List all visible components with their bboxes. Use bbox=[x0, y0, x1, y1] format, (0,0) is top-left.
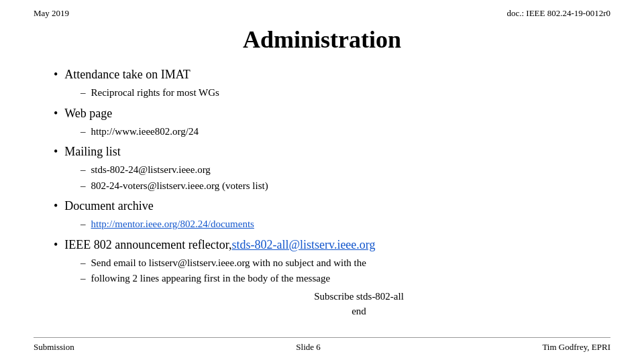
header-doc: doc.: IEEE 802.24-19-0012r0 bbox=[506, 8, 610, 19]
list-item: • IEEE 802 announcement reflector, stds-… bbox=[54, 236, 610, 286]
dash-icon: – bbox=[80, 271, 86, 286]
sub-text: Send email to listserv@listserv.ieee.org… bbox=[91, 255, 366, 271]
list-item: – Reciprocal rights for most WGs bbox=[54, 85, 610, 101]
header-date: May 2019 bbox=[34, 8, 69, 19]
bullet-text: Attendance take on IMAT bbox=[64, 66, 190, 84]
footer-center: Slide 6 bbox=[296, 342, 320, 353]
list-item: • Mailing list – stds-802-24@listserv.ie… bbox=[54, 143, 610, 193]
bullet-text: Document archive bbox=[64, 197, 153, 215]
dash-icon: – bbox=[80, 217, 86, 232]
list-item: – stds-802-24@listserv.ieee.org bbox=[54, 162, 610, 178]
list-item: • Attendance take on IMAT – Reciprocal r… bbox=[54, 66, 610, 101]
sub-text: stds-802-24@listserv.ieee.org bbox=[91, 162, 211, 178]
bullet-text: Mailing list bbox=[64, 143, 121, 161]
bullet-dot: • bbox=[54, 236, 58, 254]
footer: Submission Slide 6 Tim Godfrey, EPRI bbox=[34, 337, 610, 353]
page-title: Administration bbox=[34, 25, 610, 54]
header: May 2019 doc.: IEEE 802.24-19-0012r0 bbox=[34, 0, 610, 19]
bullet-dot: • bbox=[54, 105, 58, 123]
dash-icon: – bbox=[80, 178, 86, 194]
sub-text: following 2 lines appearing first in the… bbox=[91, 271, 331, 286]
list-item: – Send email to listserv@listserv.ieee.o… bbox=[54, 255, 610, 271]
footer-right: Tim Godfrey, EPRI bbox=[542, 342, 610, 353]
dash-icon: – bbox=[80, 124, 86, 139]
footer-left: Submission bbox=[34, 342, 74, 353]
document-archive-link[interactable]: http://mentor.ieee.org/802.24/documents bbox=[91, 217, 254, 232]
slide: May 2019 doc.: IEEE 802.24-19-0012r0 Adm… bbox=[0, 0, 644, 362]
sub-text: http://www.ieee802.org/24 bbox=[91, 124, 199, 139]
dash-icon: – bbox=[80, 162, 86, 178]
bullet-dot: • bbox=[54, 143, 58, 161]
list-item: • Web page – http://www.ieee802.org/24 bbox=[54, 105, 610, 139]
sub-text: 802-24-voters@listserv.ieee.org (voters … bbox=[91, 178, 268, 194]
subscribe-line1: Subscribe stds-802-all bbox=[107, 289, 610, 304]
bullet-dot: • bbox=[54, 197, 58, 215]
bullet-text-prefix: IEEE 802 announcement reflector, bbox=[64, 236, 231, 254]
sub-text: Reciprocal rights for most WGs bbox=[91, 85, 219, 101]
list-item: – 802-24-voters@listserv.ieee.org (voter… bbox=[54, 178, 610, 194]
list-item: – http://mentor.ieee.org/802.24/document… bbox=[54, 217, 610, 232]
list-item: • Document archive – http://mentor.ieee.… bbox=[54, 197, 610, 232]
bullet-dot: • bbox=[54, 66, 58, 84]
email-link[interactable]: stds-802-all@listserv.ieee.org bbox=[231, 236, 375, 254]
list-item: – following 2 lines appearing first in t… bbox=[54, 271, 610, 286]
bullet-text: Web page bbox=[64, 105, 112, 123]
subscribe-line2: end bbox=[107, 304, 610, 319]
dash-icon: – bbox=[80, 85, 86, 101]
list-item: – http://www.ieee802.org/24 bbox=[54, 124, 610, 139]
content-area: • Attendance take on IMAT – Reciprocal r… bbox=[34, 66, 610, 319]
dash-icon: – bbox=[80, 255, 86, 271]
subscribe-block: Subscribe stds-802-all end bbox=[107, 289, 610, 319]
